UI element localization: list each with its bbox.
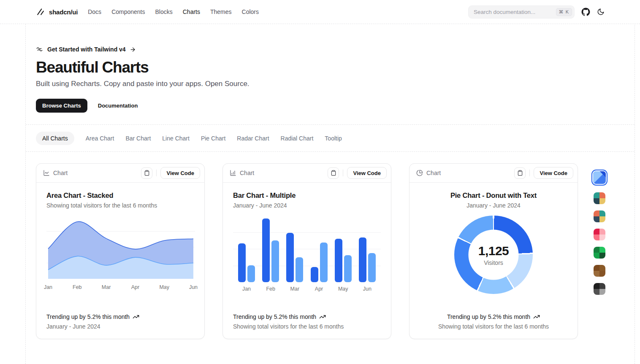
card-toolbar-label: Chart bbox=[53, 170, 68, 176]
dark-mode-toggle[interactable] bbox=[597, 8, 605, 16]
nav-link-components[interactable]: Components bbox=[111, 8, 145, 15]
card-footer: Trending up by 5.2% this monthJanuary - … bbox=[36, 313, 204, 339]
trending-up-icon bbox=[319, 313, 326, 320]
bar-group bbox=[359, 237, 376, 282]
swatch-quadrant bbox=[594, 247, 599, 253]
arrow-right-icon bbox=[130, 46, 136, 53]
swatch-quadrant bbox=[599, 247, 605, 253]
documentation-button[interactable]: Documentation bbox=[92, 99, 144, 113]
banner-text: Get Started with Tailwind v4 bbox=[47, 46, 126, 53]
bar-desktop bbox=[238, 243, 246, 282]
card-description: January - June 2024 bbox=[420, 202, 567, 209]
card-footer: Trending up by 5.2% this monthShowing to… bbox=[223, 313, 391, 339]
bar-chart-icon bbox=[230, 170, 236, 176]
swatch-quadrant bbox=[599, 253, 605, 259]
swatch-quadrant bbox=[594, 198, 599, 204]
top-navbar: shadcn/ui DocsComponentsBlocksChartsThem… bbox=[0, 0, 640, 24]
tab-all-charts[interactable]: All Charts bbox=[36, 132, 74, 145]
tailwind-banner-link[interactable]: Get Started with Tailwind v4 bbox=[36, 46, 136, 53]
tab-radar-chart[interactable]: Radar Chart bbox=[237, 135, 269, 142]
card-title: Pie Chart - Donut with Text bbox=[420, 191, 567, 200]
tab-bar-chart[interactable]: Bar Chart bbox=[125, 135, 151, 142]
swatch-quadrant bbox=[599, 265, 605, 271]
view-code-button[interactable]: View Code bbox=[534, 167, 573, 179]
copy-code-button[interactable] bbox=[514, 167, 526, 179]
copy-code-button[interactable] bbox=[141, 167, 152, 179]
tab-area-chart[interactable]: Area Chart bbox=[86, 135, 114, 142]
bar-plot bbox=[233, 216, 381, 282]
nav-link-docs[interactable]: Docs bbox=[88, 8, 101, 15]
nav-link-themes[interactable]: Themes bbox=[210, 8, 232, 15]
tab-tooltip[interactable]: Tooltip bbox=[325, 135, 342, 142]
footer-trend-text: Trending up by 5.2% this month bbox=[233, 313, 316, 320]
swatch-quadrant bbox=[594, 192, 599, 198]
theme-swatch-selected[interactable] bbox=[591, 170, 607, 186]
nav-link-charts[interactable]: Charts bbox=[183, 8, 200, 15]
x-tick-label: Jun bbox=[359, 286, 376, 292]
donut-chart: 1,125Visitors bbox=[454, 216, 533, 294]
bar-mobile bbox=[296, 257, 303, 282]
view-code-button[interactable]: View Code bbox=[347, 167, 387, 179]
bar-desktop bbox=[262, 218, 270, 282]
toolbar-divider bbox=[529, 170, 530, 176]
donut-total-label: Visitors bbox=[484, 259, 503, 266]
logo[interactable]: shadcn/ui bbox=[35, 7, 78, 16]
swatch-quadrant bbox=[599, 198, 605, 204]
clipboard-icon bbox=[144, 170, 150, 176]
pie-chart-icon bbox=[416, 170, 423, 176]
nav-link-colors[interactable]: Colors bbox=[242, 8, 259, 15]
grid-line-right bbox=[635, 0, 635, 364]
logo-text: shadcn/ui bbox=[49, 8, 78, 16]
swatch-quadrant bbox=[594, 210, 599, 216]
bar-desktop bbox=[335, 239, 342, 282]
swatch-quadrant bbox=[594, 253, 599, 259]
card-description: January - June 2024 bbox=[233, 202, 381, 209]
theme-swatch-2[interactable] bbox=[594, 192, 605, 204]
toolbar-divider bbox=[156, 170, 157, 176]
card-toolbar-label: Chart bbox=[426, 170, 441, 176]
x-tick-label: Jan bbox=[238, 286, 255, 292]
cards-row: ChartView CodeArea Chart - StackedShowin… bbox=[36, 163, 635, 339]
theme-swatch-6[interactable] bbox=[594, 265, 605, 277]
footer-subtext: Showing total visitors for the last 6 mo… bbox=[420, 323, 567, 330]
card-toolbar: ChartView Code bbox=[36, 164, 204, 183]
bar-desktop bbox=[286, 233, 294, 282]
swatch-quadrant bbox=[594, 235, 599, 240]
github-button[interactable] bbox=[581, 8, 590, 16]
footer-subtext: Showing total visitors for the last 6 mo… bbox=[233, 323, 381, 330]
line-chart-icon bbox=[43, 170, 50, 176]
x-axis-labels: JanFebMarAprMayJun bbox=[233, 286, 381, 292]
chart-canvas: 1,125Visitors bbox=[420, 216, 567, 294]
chart-filter-tabs: All ChartsArea ChartBar ChartLine ChartP… bbox=[26, 125, 635, 152]
trending-up-icon bbox=[133, 313, 139, 320]
x-tick-label: Jan bbox=[44, 284, 52, 290]
trending-up-icon bbox=[533, 313, 540, 320]
donut-total-value: 1,125 bbox=[478, 244, 509, 258]
theme-swatch-3[interactable] bbox=[594, 210, 605, 222]
tab-line-chart[interactable]: Line Chart bbox=[162, 135, 190, 142]
browse-charts-button[interactable]: Browse Charts bbox=[36, 99, 87, 113]
swatch-quadrant bbox=[599, 192, 605, 198]
bar-mobile bbox=[247, 265, 255, 282]
nav-link-blocks[interactable]: Blocks bbox=[155, 8, 173, 15]
x-tick-label: May bbox=[335, 286, 352, 292]
theme-swatch-4[interactable] bbox=[594, 229, 605, 240]
tab-pie-chart[interactable]: Pie Chart bbox=[201, 135, 225, 142]
stacked-area-plot bbox=[46, 216, 195, 279]
main-nav: DocsComponentsBlocksChartsThemesColors bbox=[88, 8, 259, 15]
search-input[interactable]: Search documentation... ⌘ K bbox=[468, 5, 575, 19]
tab-radial-chart[interactable]: Radial Chart bbox=[281, 135, 314, 142]
bar-mobile bbox=[320, 243, 328, 282]
swatch-quadrant bbox=[594, 289, 599, 295]
view-code-button[interactable]: View Code bbox=[160, 167, 200, 179]
footer-subtext: January - June 2024 bbox=[46, 323, 194, 330]
x-tick-label: May bbox=[159, 284, 169, 290]
x-axis-labels: JanFebMarAprMayJun bbox=[46, 284, 194, 292]
chart-canvas: JanFebMarAprMayJun bbox=[46, 216, 194, 292]
swatch-quadrant bbox=[594, 265, 599, 271]
copy-code-button[interactable] bbox=[328, 167, 339, 179]
theme-swatch-7[interactable] bbox=[594, 283, 605, 295]
toolbar-divider bbox=[343, 170, 343, 176]
theme-swatch-5[interactable] bbox=[594, 247, 605, 259]
footer-trend-text: Trending up by 5.2% this month bbox=[447, 313, 530, 320]
